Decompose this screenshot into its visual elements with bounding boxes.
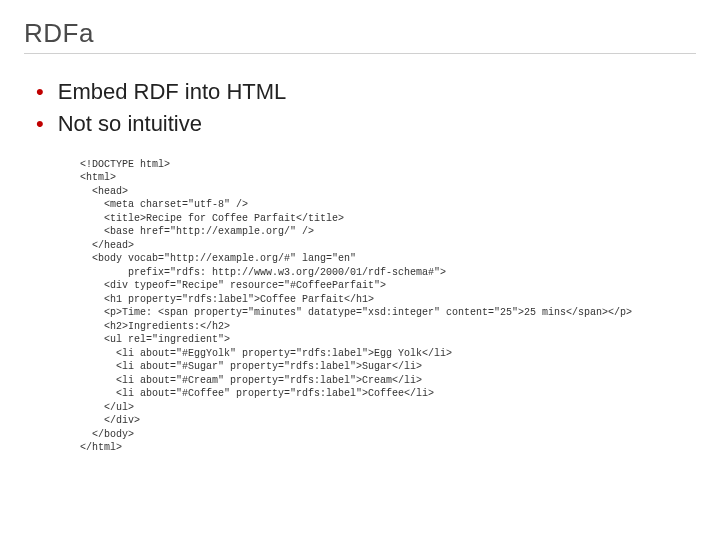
bullet-list: Embed RDF into HTML Not so intuitive: [36, 76, 696, 140]
bullet-text: Not so intuitive: [58, 108, 202, 140]
bullet-item: Not so intuitive: [36, 108, 696, 140]
bullet-item: Embed RDF into HTML: [36, 76, 696, 108]
code-block: <!DOCTYPE html> <html> <head> <meta char…: [80, 158, 696, 455]
bullet-text: Embed RDF into HTML: [58, 76, 287, 108]
slide-title: RDFa: [24, 18, 696, 54]
